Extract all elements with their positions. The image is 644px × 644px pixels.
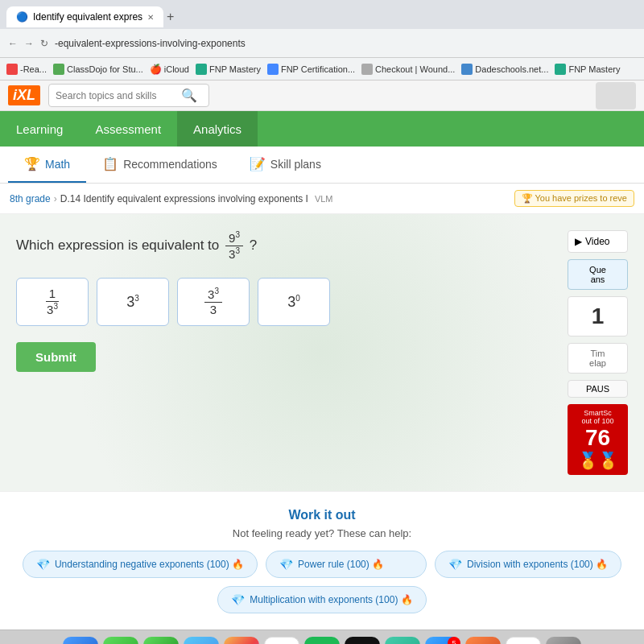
forward-button[interactable]: →	[24, 38, 34, 49]
tab-bar: 🔵 Identify equivalent expres ✕ +	[0, 0, 644, 29]
answer-3-num: 33	[204, 287, 222, 303]
breadcrumb-separator: ›	[54, 193, 57, 204]
bookmark-label: FNP Mastery	[209, 64, 261, 74]
answer-2-exp: 3	[134, 294, 139, 303]
tab-close-button[interactable]: ✕	[147, 13, 154, 22]
search-input[interactable]	[56, 90, 176, 101]
search-box[interactable]: 🔍	[48, 84, 209, 107]
bookmark-favicon	[361, 64, 373, 75]
bookmark-fnpcert[interactable]: FNP Certification...	[267, 64, 355, 75]
video-button[interactable]: ▶ Video	[568, 230, 628, 253]
help-link-multiplication-exponents[interactable]: 💎 Multiplication with exponents (100) 🔥	[217, 586, 426, 613]
tab-recommendations[interactable]: 📋 Recommendations	[86, 147, 233, 183]
diamond-icon-1: 💎	[36, 558, 50, 571]
numerator-exponent: 3	[235, 230, 240, 239]
skill-plans-tab-icon: 📝	[250, 156, 266, 171]
answer-2-base: 33	[126, 294, 139, 311]
bookmark-checkout[interactable]: Checkout | Wound...	[361, 64, 455, 75]
submit-button[interactable]: Submit	[16, 342, 96, 372]
ixl-tabs: 🏆 Math 📋 Recommendations 📝 Skill plans	[0, 147, 644, 184]
score-box: 1	[568, 296, 628, 336]
dock-appstore[interactable]: 🅐 5	[425, 637, 460, 645]
bookmark-favicon	[53, 64, 64, 75]
bookmark-label: -Rea...	[20, 64, 47, 74]
help-link-power-rule[interactable]: 💎 Power rule (100) 🔥	[266, 551, 427, 578]
bookmark-label: iCloud	[164, 64, 189, 74]
bookmark-dadeschools[interactable]: Dadeschools.net...	[461, 64, 548, 75]
nav-assessment[interactable]: Assessment	[79, 111, 177, 147]
question-stem: Which expression is equivalent to	[16, 237, 223, 253]
diamond-icon-3: 💎	[448, 558, 462, 571]
bookmark-fnp1[interactable]: FNP Mastery	[196, 64, 261, 75]
help-section: Work it out Not feeling ready yet? These…	[0, 491, 644, 630]
dock-barchart[interactable]: 📊	[385, 637, 420, 645]
question-answer-button[interactable]: Queans	[568, 259, 628, 290]
search-icon: 🔍	[181, 88, 197, 103]
pause-button[interactable]: PAUS	[568, 380, 628, 398]
bookmark-icloud[interactable]: 🍎 iCloud	[150, 64, 189, 75]
answer-option-3[interactable]: 33 3	[177, 278, 250, 326]
bookmark-classdojo[interactable]: ClassDojo for Stu...	[53, 64, 143, 75]
question-mark: ?	[250, 237, 257, 253]
bookmark-rea[interactable]: -Rea...	[6, 64, 47, 75]
answer-4-base: 30	[287, 294, 300, 311]
nav-learning-label: Learning	[16, 122, 63, 136]
answer-option-4[interactable]: 30	[258, 278, 330, 326]
nav-analytics[interactable]: Analytics	[177, 111, 258, 147]
dock-calendar[interactable]: NOV 11	[264, 637, 299, 645]
address-text[interactable]: -equivalent-expressions-involving-expone…	[55, 38, 636, 49]
refresh-button[interactable]: ↻	[40, 38, 48, 49]
answer-option-1[interactable]: 1 33	[16, 278, 89, 326]
active-tab[interactable]: 🔵 Identify equivalent expres ✕	[6, 6, 163, 27]
answer-1-num: 1	[46, 287, 59, 302]
answer-1-exp: 3	[53, 302, 58, 311]
bookmark-favicon	[196, 64, 207, 75]
dock-messages[interactable]: 💬	[103, 637, 138, 645]
dock-photos[interactable]: 🌸	[224, 637, 259, 645]
answer-1-fraction: 1 33	[43, 287, 61, 317]
dock-setapp[interactable]: S	[465, 637, 501, 645]
play-icon: ▶	[575, 236, 582, 247]
dock-maps[interactable]: 🗺	[184, 637, 219, 645]
tab-skill-plans[interactable]: 📝 Skill plans	[233, 147, 337, 183]
help-links: 💎 Understanding negative exponents (100)…	[16, 551, 628, 613]
dock-facetime[interactable]: 📹	[143, 637, 179, 645]
answer-option-2[interactable]: 33	[97, 278, 169, 326]
prize-notice[interactable]: 🏆 You have prizes to reve	[514, 190, 634, 207]
new-tab-button[interactable]: +	[167, 10, 174, 24]
back-button[interactable]: ←	[8, 38, 18, 49]
breadcrumb-grade[interactable]: 8th grade	[10, 193, 51, 204]
bookmark-label: FNP Certification...	[281, 64, 355, 74]
bookmark-favicon	[461, 64, 473, 75]
score-number: 1	[575, 303, 621, 329]
dock-trash[interactable]: 🗑	[546, 637, 581, 645]
nav-assessment-label: Assessment	[95, 122, 161, 136]
dock-finder[interactable]: 🙂	[63, 637, 98, 645]
fraction-numerator: 93	[225, 230, 243, 246]
dock-appletv[interactable]: tv	[345, 637, 380, 645]
logo-xl: XL	[17, 87, 35, 103]
bookmarks-bar: -Rea... ClassDojo for Stu... 🍎 iCloud FN…	[0, 58, 644, 80]
address-bar[interactable]: ← → ↻ -equivalent-expressions-involving-…	[0, 29, 644, 58]
help-link-label-4: Multiplication with exponents (100) 🔥	[250, 594, 412, 605]
main-content: Which expression is equivalent to 93 33 …	[0, 214, 644, 491]
recommendations-tab-label: Recommendations	[123, 158, 217, 171]
bookmark-favicon	[555, 64, 566, 75]
bookmark-fnp2[interactable]: FNP Mastery	[555, 64, 620, 75]
breadcrumb: 8th grade › D.14 Identify equivalent exp…	[0, 184, 644, 214]
bookmark-favicon	[6, 64, 18, 75]
tab-title: Identify equivalent expres	[33, 11, 142, 23]
smartscore-box: SmartScout of 100 76 🏅🏅	[568, 404, 628, 475]
answer-3-fraction: 33 3	[204, 287, 222, 317]
bookmark-label: Dadeschools.net...	[475, 64, 548, 74]
right-panel: ▶ Video Queans 1 Timelap PAUS SmartScout…	[568, 230, 628, 475]
help-link-label-3: Division with exponents (100) 🔥	[467, 559, 608, 570]
tab-math[interactable]: 🏆 Math	[8, 147, 86, 183]
dock-spotify[interactable]: 🎵	[304, 637, 340, 645]
dock-chrome[interactable]: 🌐	[506, 637, 541, 645]
help-link-label-2: Power rule (100) 🔥	[298, 559, 384, 570]
nav-learning[interactable]: Learning	[0, 111, 79, 147]
math-tab-icon: 🏆	[24, 156, 40, 171]
help-link-negative-exponents[interactable]: 💎 Understanding negative exponents (100)…	[23, 551, 258, 578]
help-link-division-exponents[interactable]: 💎 Division with exponents (100) 🔥	[435, 551, 621, 578]
